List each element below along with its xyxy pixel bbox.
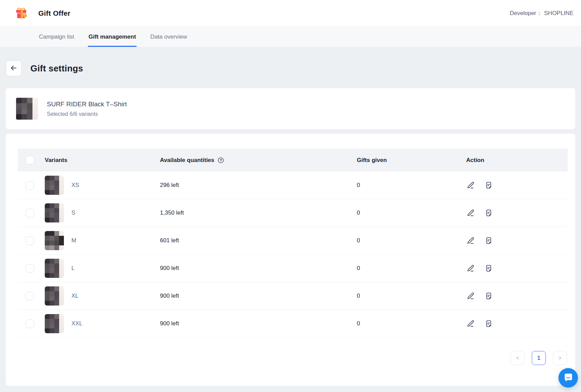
developer-name: SHOPLINE xyxy=(544,10,573,17)
variant-label: M xyxy=(71,237,76,244)
variant-label: XXL xyxy=(71,320,82,327)
edit-button[interactable] xyxy=(466,292,475,300)
edit-button[interactable] xyxy=(466,181,475,190)
note-log-button[interactable] xyxy=(484,264,493,273)
available-quantity: 900 left xyxy=(160,265,357,272)
app-header: Gift Offer Developer： SHOPLINE xyxy=(0,0,581,27)
column-header-variants: Variants xyxy=(45,157,160,164)
pagination-prev-button[interactable]: < xyxy=(511,351,525,365)
available-quantity: 296 left xyxy=(160,182,357,189)
column-header-action: Action xyxy=(466,157,568,164)
variant-thumbnail xyxy=(45,286,64,306)
gifts-given: 0 xyxy=(357,209,466,216)
table-body: XS 296 left 0 xyxy=(18,172,568,338)
row-checkbox[interactable] xyxy=(26,181,34,190)
edit-button[interactable] xyxy=(466,208,475,217)
table-row: L 900 left 0 xyxy=(18,255,568,282)
available-quantity: 1,350 left xyxy=(160,209,357,216)
document-icon xyxy=(484,292,493,300)
document-icon xyxy=(484,319,493,328)
note-log-button[interactable] xyxy=(484,292,493,300)
pagination-next-button[interactable]: > xyxy=(553,351,567,365)
table-row: XL 900 left 0 xyxy=(18,282,568,310)
gifts-given: 0 xyxy=(357,182,466,189)
tab-campaign-list[interactable]: Campaign list xyxy=(38,27,75,47)
gifts-given: 0 xyxy=(357,320,466,327)
row-checkbox[interactable] xyxy=(26,320,34,328)
table-row: XS 296 left 0 xyxy=(18,172,568,199)
gift-box-icon xyxy=(14,6,29,21)
developer-info: Developer： SHOPLINE xyxy=(510,9,573,17)
edit-button[interactable] xyxy=(466,319,475,328)
tab-bar: Campaign list Gift management Data overv… xyxy=(0,27,581,47)
available-quantity: 900 left xyxy=(160,293,357,299)
variant-label: L xyxy=(71,265,75,272)
column-header-gifts: Gifts given xyxy=(357,157,466,164)
pagination-page-1-button[interactable]: 1 xyxy=(532,351,546,365)
messenger-icon xyxy=(563,372,573,383)
note-log-button[interactable] xyxy=(484,181,493,190)
row-checkbox[interactable] xyxy=(26,264,34,273)
developer-label: Developer： xyxy=(510,9,542,17)
edit-button[interactable] xyxy=(466,264,475,273)
variant-thumbnail xyxy=(45,231,64,250)
product-variants-selected: Selected 6/6 variants xyxy=(47,111,127,117)
product-thumbnail xyxy=(16,98,38,120)
pencil-icon xyxy=(466,319,475,328)
gifts-given: 0 xyxy=(357,265,466,272)
pencil-icon xyxy=(466,264,475,273)
pencil-icon xyxy=(466,292,475,300)
page-heading: Gift settings xyxy=(6,60,575,76)
page-title: Gift settings xyxy=(30,63,83,74)
row-checkbox[interactable] xyxy=(26,209,34,217)
variant-label: S xyxy=(71,209,75,216)
available-quantity: 900 left xyxy=(160,320,357,327)
help-icon[interactable]: ? xyxy=(217,157,224,164)
column-header-available: Available quantities xyxy=(160,157,214,164)
pagination: < 1 > xyxy=(6,351,567,365)
document-icon xyxy=(484,264,493,273)
variant-label: XS xyxy=(71,182,79,189)
row-checkbox[interactable] xyxy=(26,292,34,300)
app-title: Gift Offer xyxy=(38,9,70,17)
note-log-button[interactable] xyxy=(484,236,493,245)
document-icon xyxy=(484,181,493,190)
table-header-row: Variants Available quantities ? Gifts gi… xyxy=(18,149,568,172)
variants-card: Variants Available quantities ? Gifts gi… xyxy=(6,134,575,386)
variant-thumbnail xyxy=(45,314,64,333)
variant-thumbnail xyxy=(45,176,64,195)
variant-thumbnail xyxy=(45,259,64,278)
tab-gift-management[interactable]: Gift management xyxy=(88,27,137,47)
product-card: SURF RIDER Black T–Shirt Selected 6/6 va… xyxy=(6,88,575,129)
pencil-icon xyxy=(466,236,475,245)
svg-text:?: ? xyxy=(220,158,222,162)
variant-label: XL xyxy=(71,293,79,299)
available-quantity: 601 left xyxy=(160,237,357,244)
product-name: SURF RIDER Black T–Shirt xyxy=(47,100,127,108)
note-log-button[interactable] xyxy=(484,319,493,328)
row-checkbox[interactable] xyxy=(26,236,34,245)
table-row: XXL 900 left 0 xyxy=(18,310,568,338)
variants-table: Variants Available quantities ? Gifts gi… xyxy=(18,149,568,338)
gifts-given: 0 xyxy=(357,237,466,244)
back-arrow-icon xyxy=(10,64,18,73)
table-row: S 1,350 left 0 xyxy=(18,199,568,227)
pencil-icon xyxy=(466,208,475,217)
select-all-checkbox[interactable] xyxy=(26,156,34,164)
tab-data-overview[interactable]: Data overview xyxy=(150,27,188,47)
document-icon xyxy=(484,208,493,217)
variant-thumbnail xyxy=(45,203,64,222)
table-row: M 601 left 0 xyxy=(18,227,568,255)
back-button[interactable] xyxy=(6,60,22,76)
edit-button[interactable] xyxy=(466,236,475,245)
gifts-given: 0 xyxy=(357,293,466,299)
chat-launcher-button[interactable] xyxy=(558,368,578,388)
document-icon xyxy=(484,236,493,245)
pencil-icon xyxy=(466,181,475,190)
note-log-button[interactable] xyxy=(484,208,493,217)
